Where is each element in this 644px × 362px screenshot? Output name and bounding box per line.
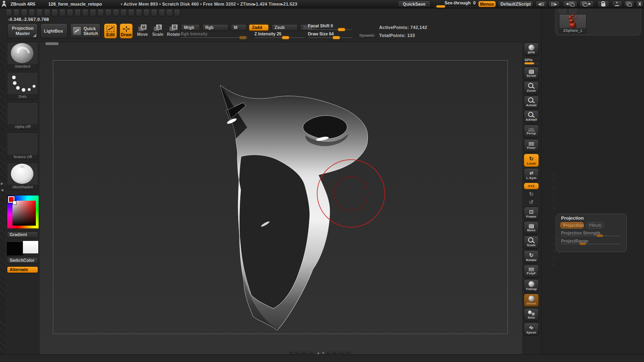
menus-button[interactable]: Menus (478, 1, 496, 7)
menu-tab-alpha[interactable] (6, 9, 12, 16)
menu-tab-stencil[interactable] (128, 9, 134, 16)
menu-tab-marker[interactable] (82, 9, 89, 16)
pmulti-button[interactable]: PMulti (586, 222, 604, 228)
shelf-button-bpr[interactable]: BPR (524, 43, 539, 56)
shelf-button-floor[interactable]: Floor (524, 139, 539, 152)
shelf-button-scroll[interactable]: Scroll (524, 67, 539, 80)
shelf-button-scale[interactable]: Scale (524, 236, 539, 249)
quick-sketch-button[interactable]: QuickSketch (70, 23, 101, 39)
menu-tab-document[interactable] (29, 9, 35, 16)
projection-header[interactable]: Projection (561, 216, 623, 220)
projection-toggle-button[interactable]: Projection (560, 222, 584, 228)
menu-tab-brush[interactable] (13, 9, 20, 16)
left-tray-divider[interactable]: ▶ ◀ (0, 40, 5, 355)
menu-tab-file[interactable] (52, 9, 58, 16)
menu-tab-render[interactable] (120, 9, 127, 16)
shelf-button-lsym[interactable]: L.Sym (524, 168, 539, 181)
mrgb-button[interactable]: Mrgb (181, 24, 200, 31)
shelf-button-solo[interactable]: Solo (524, 308, 539, 321)
shelf-button-persp[interactable]: Persp (524, 125, 539, 138)
shelf-button-actual[interactable]: Actual (524, 96, 539, 109)
shelf-button-transp[interactable]: Transp (524, 279, 539, 292)
shelf-button-zoom[interactable]: Zoom (524, 81, 539, 95)
move-mode-button[interactable]: M Move (135, 24, 150, 37)
shelf-thumb-texture-off[interactable]: Texture Off (7, 132, 38, 160)
sv-selector[interactable] (12, 201, 17, 205)
shelf-button-xpose[interactable]: Xpose (524, 323, 539, 336)
scale-mode-button[interactable]: S Scale (151, 24, 165, 37)
rgb-intensity-handle[interactable] (239, 36, 246, 39)
lightbox-button[interactable]: LightBox (40, 23, 68, 39)
menu-tab-draw[interactable] (36, 9, 43, 16)
shelf-button-local[interactable]: Local (524, 154, 539, 167)
dock-right-icon[interactable]: ▶ (579, 0, 594, 7)
project-range-handle[interactable] (580, 243, 586, 245)
scrub-right-icon[interactable]: ▶ (548, 1, 560, 7)
color-picker[interactable] (7, 195, 39, 229)
menu-tab-material[interactable] (90, 9, 96, 16)
menu-tab-preferences[interactable] (113, 9, 119, 16)
shelf-button-spin-b[interactable] (524, 199, 539, 206)
project-range-slider[interactable]: ProjectRange (561, 239, 622, 245)
rgb-intensity-slider[interactable]: Rgb Intensity (181, 31, 248, 40)
lock-icon[interactable] (597, 0, 609, 7)
rgb-button[interactable]: Rgb (202, 24, 229, 31)
menu-tab-picker[interactable] (105, 9, 111, 16)
tray-open-icon[interactable]: ▶ (1, 182, 3, 185)
shelf-thumb-material-skinshade4[interactable]: SkinShade4 (7, 162, 38, 190)
menu-tab-macro[interactable] (74, 9, 81, 16)
z-intensity-slider[interactable]: Z Intensity 25 (254, 31, 305, 40)
see-through-handle[interactable] (436, 5, 445, 8)
menu-tab-edit[interactable] (44, 9, 50, 16)
zadd-button[interactable]: Zadd (249, 24, 269, 31)
menu-tab-tool[interactable] (151, 9, 157, 16)
shelf-thumb-stroke-dots[interactable]: Dots (7, 72, 38, 100)
panel-divider[interactable] (553, 173, 555, 269)
menu-tab-zplugin[interactable] (166, 9, 173, 16)
menu-tab-stroke[interactable] (136, 9, 142, 16)
menu-tab-layer[interactable] (59, 9, 66, 16)
draw-size-slider[interactable]: Draw Size 64 (308, 31, 352, 40)
focal-shift-handle[interactable] (338, 28, 345, 31)
shelf-button-aahalf[interactable]: AAHalf (524, 110, 539, 123)
focal-shift-slider[interactable]: Focal Shift 0 (308, 23, 352, 32)
restore-icon[interactable] (624, 0, 634, 7)
shelf-button-spin-a[interactable] (524, 191, 539, 197)
rotate-mode-button[interactable]: R Rotate (166, 24, 181, 37)
zsub-button[interactable]: Zsub (271, 24, 298, 31)
m-button[interactable]: M (231, 24, 247, 31)
close-icon[interactable]: X (636, 0, 644, 7)
menu-tab-zscript[interactable] (174, 9, 180, 16)
shelf-button-rotate[interactable]: Rotate (524, 250, 539, 263)
secondary-color-swatch[interactable] (23, 241, 39, 254)
shelf-button-frame[interactable]: Frame (524, 207, 539, 220)
quicksave-button[interactable]: QuickSave (398, 0, 431, 7)
main-color-swatch[interactable] (7, 242, 23, 255)
canvas-viewport[interactable]: ▲ ▼ (40, 42, 522, 355)
shelf-thumb-brush-standard[interactable]: Standard (7, 42, 38, 70)
menu-tab-texture[interactable] (143, 9, 150, 16)
z-intensity-handle[interactable] (282, 36, 289, 39)
shelf-button-spix[interactable]: SPix (524, 57, 539, 66)
dock-left-icon[interactable]: ◀ (563, 0, 578, 7)
gradient-button[interactable]: Gradient (7, 231, 38, 238)
shelf-button-move[interactable]: Move (524, 221, 539, 234)
draw-mode-button[interactable]: Draw (120, 23, 133, 39)
projection-master-button[interactable]: Projection Master (7, 23, 38, 39)
shelf-button-xyz[interactable]: XYZ (524, 183, 539, 189)
projection-strength-handle[interactable] (597, 234, 603, 237)
tray-close-icon[interactable]: ◀ (1, 188, 3, 192)
switch-color-button[interactable]: SwitchColor (7, 257, 38, 264)
menu-tab-movie[interactable] (97, 9, 104, 16)
shelf-button-ghost[interactable]: Ghost (524, 294, 539, 307)
draw-size-handle[interactable] (333, 36, 340, 39)
edit-mode-button[interactable]: Edit (104, 23, 117, 39)
minimize-icon[interactable] (612, 0, 622, 7)
shelf-button-polyf[interactable]: PolyF (524, 265, 539, 278)
shelf-thumb-alpha-off[interactable]: Alpha Off (7, 102, 38, 130)
projection-strength-slider[interactable]: Projection Strength (561, 230, 622, 237)
default-zscript-button[interactable]: DefaultZScript (498, 1, 533, 7)
scrub-left-icon[interactable]: ◀ (535, 1, 547, 7)
active-tool-thumbnail[interactable]: ZSphere_1 (559, 14, 586, 33)
menu-tab-light[interactable] (67, 9, 73, 16)
